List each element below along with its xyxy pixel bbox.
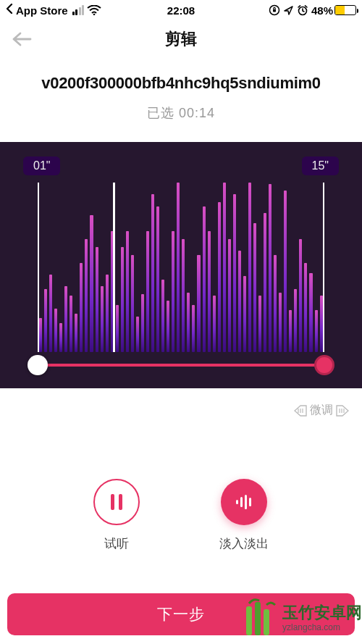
playhead-indicator xyxy=(113,183,115,352)
trim-start-time-badge: 01" xyxy=(23,156,60,175)
next-step-button[interactable]: 下一步 xyxy=(7,593,355,635)
status-bar: App Store 22:08 48% xyxy=(0,0,362,20)
back-to-app-chevron-icon[interactable] xyxy=(6,4,13,17)
page-title: 剪辑 xyxy=(165,28,197,50)
next-step-label: 下一步 xyxy=(157,604,205,624)
svg-rect-6 xyxy=(236,500,238,504)
selected-duration: 已选 00:14 xyxy=(0,104,362,122)
trim-range-fill xyxy=(38,364,324,367)
nav-bar: 剪辑 xyxy=(0,20,362,58)
svg-rect-4 xyxy=(111,494,114,510)
battery-icon xyxy=(334,5,356,15)
back-to-app-label[interactable]: App Store xyxy=(16,4,68,17)
trim-start-handle[interactable] xyxy=(28,355,48,375)
status-time: 22:08 xyxy=(167,4,195,17)
waveform-panel[interactable]: 01" 15" xyxy=(0,142,362,388)
wifi-icon xyxy=(87,5,101,15)
fine-tune-label: 微调 xyxy=(310,403,333,418)
battery-percent: 48% xyxy=(311,4,333,17)
fade-label: 淡入淡出 xyxy=(219,535,269,552)
svg-rect-2 xyxy=(273,9,276,12)
fine-tune-left-icon xyxy=(294,405,307,417)
pause-icon xyxy=(109,493,125,511)
back-button[interactable] xyxy=(7,25,36,54)
file-id: v0200f300000bfb4nhc9hq5sndiumim0 xyxy=(0,74,362,93)
svg-rect-7 xyxy=(240,497,243,507)
fade-button[interactable] xyxy=(221,479,267,525)
cellular-signal-icon xyxy=(72,5,85,15)
status-left: App Store xyxy=(6,4,101,17)
preview-label: 试听 xyxy=(104,535,129,552)
preview-action: 试听 xyxy=(93,479,140,552)
fade-action: 淡入淡出 xyxy=(219,479,269,552)
svg-rect-9 xyxy=(249,498,251,506)
preview-button[interactable] xyxy=(93,479,140,525)
file-info: v0200f300000bfb4nhc9hq5sndiumim0 已选 00:1… xyxy=(0,74,362,122)
trim-end-time-badge: 15" xyxy=(302,156,339,175)
battery-indicator: 48% xyxy=(311,4,356,17)
fade-waveform-icon xyxy=(234,494,254,510)
svg-point-0 xyxy=(93,14,96,15)
fine-tune-control[interactable]: 微调 xyxy=(0,388,362,418)
rotation-lock-icon xyxy=(269,4,280,16)
svg-rect-8 xyxy=(245,495,247,509)
alarm-clock-icon xyxy=(297,4,308,16)
back-arrow-icon xyxy=(12,31,32,47)
waveform-bars[interactable] xyxy=(38,183,324,352)
trim-end-handle[interactable] xyxy=(314,355,334,375)
location-arrow-icon xyxy=(283,5,294,16)
svg-rect-5 xyxy=(119,494,122,510)
action-row: 试听 淡入淡出 xyxy=(0,479,362,552)
trim-range-slider[interactable] xyxy=(38,364,324,367)
fine-tune-right-icon xyxy=(336,405,349,417)
status-right: 48% xyxy=(269,4,356,17)
